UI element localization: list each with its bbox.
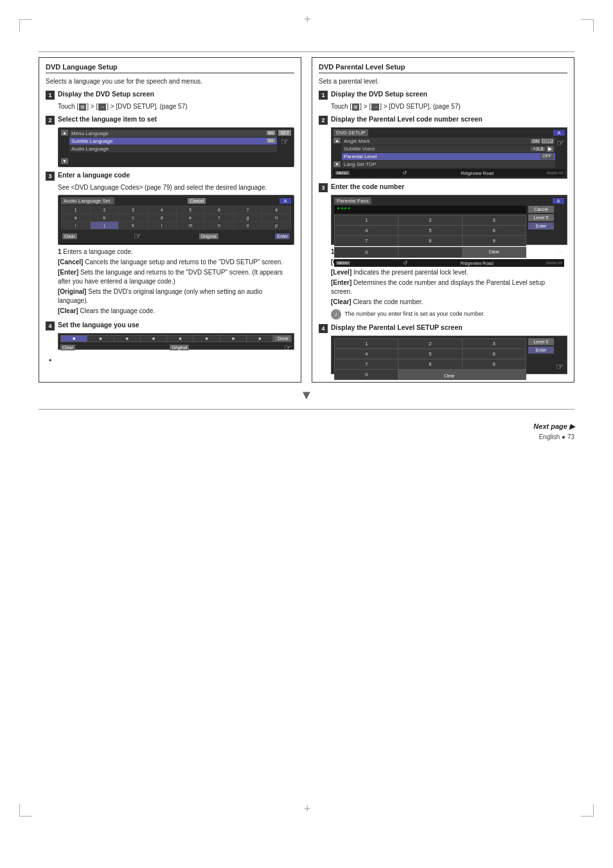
lkey-3[interactable]: 3 xyxy=(463,339,526,348)
note-icon: i xyxy=(331,309,341,320)
desc-1: 1 Enters a language code. xyxy=(58,248,294,257)
level5-btn[interactable]: Level 5 xyxy=(528,338,554,345)
right-step-1-instruction: Touch [⊞] > [→] > [DVD SETUP]. (page 57) xyxy=(331,102,567,111)
key-3[interactable]: 3 xyxy=(119,206,147,213)
clear-level-btn[interactable]: Clear xyxy=(440,373,459,379)
dvd-icon: A xyxy=(553,130,565,136)
key-4[interactable]: 4 xyxy=(148,206,176,213)
pkey-9[interactable]: 9 xyxy=(463,236,526,246)
right-step-2-num: 2 xyxy=(319,116,328,125)
pkey-7[interactable]: 7 xyxy=(335,236,398,246)
parental-display-input: **** xyxy=(334,206,526,213)
desc-clear: [Clear] Clears the language code. xyxy=(58,307,294,316)
next-page-label: Next page ▶ xyxy=(533,422,574,431)
key-e[interactable]: e xyxy=(177,214,205,221)
hand-pointer-r2: ☞ xyxy=(556,248,564,258)
page-num: 73 xyxy=(567,433,574,440)
hand-pointer-r1: ☞ xyxy=(556,138,565,148)
key-6[interactable]: 6 xyxy=(205,206,233,213)
key-1[interactable]: 1 xyxy=(62,206,90,213)
key-8[interactable]: 8 xyxy=(262,206,290,213)
cancel-btn-parental[interactable]: Cancel xyxy=(528,206,554,213)
key-c[interactable]: c xyxy=(119,214,147,221)
key-o[interactable]: o xyxy=(234,222,262,229)
key-5[interactable]: 5 xyxy=(177,206,205,213)
key-g[interactable]: g xyxy=(234,214,262,221)
done-btn[interactable]: Done xyxy=(275,336,291,341)
nav-icon-2: ↺ xyxy=(130,244,135,245)
left-step-4-label: Set the language you use xyxy=(58,321,139,330)
lkey-4[interactable]: 4 xyxy=(335,349,398,359)
key-d[interactable]: d xyxy=(148,214,176,221)
level-btn-parental[interactable]: Level 5 xyxy=(528,214,554,221)
clear-btn-4[interactable]: Clear xyxy=(60,345,75,350)
key-a[interactable]: a xyxy=(62,214,90,221)
lkey-7[interactable]: 7 xyxy=(335,359,398,369)
cancel-btn-lang[interactable]: Cancel xyxy=(188,198,206,204)
crosshair-bottom xyxy=(306,808,317,818)
road-name-r2: Ridgeview Road xyxy=(461,261,493,266)
page-lang: English xyxy=(538,433,560,440)
lang-tab-7: ■ xyxy=(220,336,246,341)
right-step-1-header: 1 Display the DVD Setup screen xyxy=(319,90,567,100)
pkey-1[interactable]: 1 xyxy=(335,215,398,225)
left-step-3-header: 3 Enter a language code xyxy=(46,171,294,181)
enter-btn-parental[interactable]: Enter xyxy=(528,222,554,230)
pkey-4[interactable]: 4 xyxy=(335,226,398,235)
left-column: DVD Language Setup Selects a language yo… xyxy=(39,57,301,383)
right-step-3-header: 3 Enter the code number xyxy=(319,183,567,192)
clear-btn-lang[interactable]: Clear xyxy=(62,233,77,239)
left-col-bullet: • xyxy=(49,356,294,365)
set-btn[interactable]: SET xyxy=(278,130,291,136)
key-l[interactable]: l xyxy=(148,222,176,229)
pkey-8[interactable]: 8 xyxy=(398,236,461,246)
original-btn[interactable]: Original xyxy=(199,233,218,239)
subtitle-right-arrow[interactable]: ▶ xyxy=(547,146,553,152)
left-step-2-num: 2 xyxy=(46,116,55,125)
lkey-2[interactable]: 2 xyxy=(398,339,461,348)
enter-btn-lang[interactable]: Enter xyxy=(275,233,290,239)
lkey-9[interactable]: 9 xyxy=(463,359,526,369)
key-2[interactable]: 2 xyxy=(91,206,119,213)
key-b[interactable]: b xyxy=(91,214,119,221)
lang-tab-3: ■ xyxy=(114,336,140,341)
lkey-0[interactable]: 0 xyxy=(335,370,398,379)
pkey-5[interactable]: 5 xyxy=(398,226,461,235)
key-k[interactable]: k xyxy=(119,222,147,229)
pkey-2[interactable]: 2 xyxy=(398,215,461,225)
lkey-1[interactable]: 1 xyxy=(335,339,398,348)
parental-screen-bottom: MENU ↺ Ridgeview Road 99999.99 xyxy=(334,259,564,267)
key-p[interactable]: p xyxy=(262,222,290,229)
audio-screen-bottom: MENU ↺ Ridgeview Road 99999.99 xyxy=(61,243,291,245)
parental-pass-title: Parental Pass xyxy=(334,197,371,204)
key-i[interactable]: i xyxy=(62,222,90,229)
nav-up: ▲ xyxy=(61,130,68,136)
lkey-8[interactable]: 8 xyxy=(398,359,461,369)
bottom-nav: Next page ▶ xyxy=(39,422,574,431)
level-setup-screen: 1 2 3 4 5 6 7 8 9 0 Level 5 xyxy=(331,336,567,374)
key-h[interactable]: h xyxy=(262,214,290,221)
right-step-4-num: 4 xyxy=(319,324,328,333)
key-f[interactable]: f xyxy=(205,214,233,221)
desc-original: [Original] Sets the DVD's original langu… xyxy=(58,287,294,305)
lkey-6[interactable]: 6 xyxy=(463,349,526,359)
pkey-0[interactable]: 0 xyxy=(335,248,398,257)
subtitle-voice-label: Subtitle Voice xyxy=(344,146,375,152)
pkey-6[interactable]: 6 xyxy=(463,226,526,235)
parental-level-value: OFF xyxy=(540,154,553,159)
angle-mark-label: Angle Mark xyxy=(344,138,369,144)
left-section-title: DVD Language Setup xyxy=(46,63,294,73)
bottom-divider xyxy=(39,409,574,410)
original-btn-4[interactable]: Original xyxy=(170,345,189,350)
key-m[interactable]: m xyxy=(177,222,205,229)
pkey-clear[interactable]: Clear xyxy=(463,248,526,257)
pkey-3[interactable]: 3 xyxy=(463,215,526,225)
dvd-row-parental: Parental Level OFF xyxy=(342,153,555,160)
key-n[interactable]: n xyxy=(205,222,233,229)
key-7[interactable]: 7 xyxy=(234,206,262,213)
key-j[interactable]: j xyxy=(91,222,119,229)
arrow-icon-r: → xyxy=(371,104,379,111)
left-step-4-num: 4 xyxy=(46,321,55,330)
enter-level-btn[interactable]: Enter xyxy=(528,347,554,354)
lkey-5[interactable]: 5 xyxy=(398,349,461,359)
